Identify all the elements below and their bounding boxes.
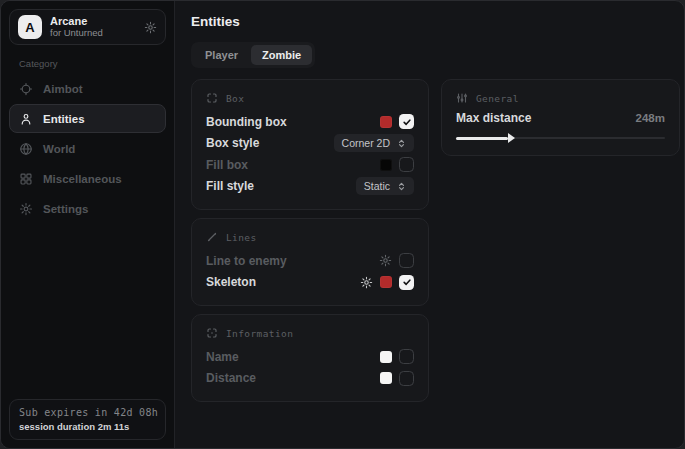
information-card: Information Name Distance [191, 314, 429, 402]
sidebar-item-world[interactable]: World [9, 134, 166, 163]
color-swatch[interactable] [380, 372, 392, 384]
checkbox-unchecked[interactable] [399, 253, 414, 268]
information-card-header: Information [206, 327, 414, 339]
checkbox-checked[interactable] [399, 275, 414, 290]
checkbox-unchecked[interactable] [399, 371, 414, 386]
setting-label: Name [206, 350, 239, 364]
setting-row-fill-style: Fill style Static [206, 176, 414, 198]
setting-label: Fill box [206, 158, 248, 172]
session-duration-text: session duration 2m 11s [19, 421, 156, 432]
left-column: Box Bounding box Box style [191, 79, 429, 402]
focus-target-icon [206, 327, 218, 339]
box-card-title: Box [226, 93, 244, 104]
setting-label: Bounding box [206, 115, 287, 129]
checkbox-unchecked[interactable] [399, 157, 414, 172]
sidebar-item-label: Miscellaneous [43, 173, 122, 185]
card-columns: Box Bounding box Box style [191, 79, 680, 402]
sidebar-nav: Aimbot Entities World Miscellaneous [9, 74, 166, 223]
box-card: Box Bounding box Box style [191, 79, 429, 210]
lines-card: Lines Line to enemy Skeleton [191, 218, 429, 306]
setting-row-name: Name [206, 346, 414, 368]
sidebar-item-label: Entities [43, 113, 85, 125]
main-content: Entities Player Zombie Box Bounding box [175, 1, 685, 448]
information-card-title: Information [226, 328, 293, 339]
scan-brackets-icon [206, 92, 218, 104]
max-distance-value: 248m [636, 112, 665, 124]
setting-label: Box style [206, 136, 259, 150]
color-swatch[interactable] [380, 159, 392, 171]
gear-icon[interactable] [144, 21, 157, 34]
brand-avatar: A [18, 15, 42, 39]
gear-icon [19, 202, 33, 216]
tab-player[interactable]: Player [194, 45, 249, 65]
crosshair-icon [19, 82, 33, 96]
sidebar-item-label: Aimbot [43, 83, 83, 95]
color-swatch[interactable] [380, 116, 392, 128]
max-distance-slider[interactable] [456, 132, 665, 143]
grid-icon [19, 172, 33, 186]
setting-row-box-style: Box style Corner 2D [206, 133, 414, 155]
tab-zombie[interactable]: Zombie [251, 45, 312, 65]
sidebar-item-label: World [43, 143, 75, 155]
brand-subtitle: for Unturned [50, 28, 103, 39]
setting-row-skeleton: Skeleton [206, 272, 414, 294]
setting-row-line-to-enemy: Line to enemy [206, 250, 414, 272]
chevrons-up-down-icon [397, 139, 406, 148]
entity-tabs: Player Zombie [191, 42, 315, 68]
gear-icon[interactable] [379, 254, 392, 267]
setting-row-fill-box: Fill box [206, 154, 414, 176]
setting-label: Max distance [456, 111, 531, 125]
box-style-dropdown[interactable]: Corner 2D [334, 134, 414, 152]
lines-card-header: Lines [206, 231, 414, 243]
gear-icon[interactable] [360, 276, 373, 289]
setting-row-max-distance: Max distance 248m [456, 111, 665, 125]
brand-text: Arcane for Unturned [50, 15, 103, 39]
setting-row-bounding-box: Bounding box [206, 111, 414, 133]
sub-expiry-text: Sub expires in 42d 08h [19, 407, 156, 418]
dropdown-value: Corner 2D [342, 137, 390, 149]
sidebar-item-entities[interactable]: Entities [9, 104, 166, 133]
sidebar-item-aimbot[interactable]: Aimbot [9, 74, 166, 103]
dropdown-value: Static [364, 180, 390, 192]
checkbox-unchecked[interactable] [399, 349, 414, 364]
brand-title: Arcane [50, 15, 103, 28]
fill-style-dropdown[interactable]: Static [356, 177, 414, 195]
setting-label: Fill style [206, 179, 254, 193]
diagonal-line-icon [206, 231, 218, 243]
page-title: Entities [191, 14, 680, 29]
general-card-title: General [476, 93, 519, 104]
setting-label: Skeleton [206, 275, 256, 289]
subscription-status: Sub expires in 42d 08h session duration … [9, 399, 166, 440]
globe-icon [19, 142, 33, 156]
sidebar-item-label: Settings [43, 203, 88, 215]
brand-card: A Arcane for Unturned [9, 9, 166, 45]
setting-label: Distance [206, 371, 256, 385]
person-icon [19, 112, 33, 126]
general-card-header: General [456, 92, 665, 104]
app-window: A Arcane for Unturned Category Aimbot [0, 0, 685, 449]
sidebar-item-miscellaneous[interactable]: Miscellaneous [9, 164, 166, 193]
category-label: Category [19, 58, 156, 69]
color-swatch[interactable] [380, 351, 392, 363]
setting-label: Line to enemy [206, 254, 287, 268]
sidebar-item-settings[interactable]: Settings [9, 194, 166, 223]
chevrons-up-down-icon [397, 182, 406, 191]
sliders-icon [456, 92, 468, 104]
slider-fill-and-thumb[interactable] [456, 137, 508, 140]
lines-card-title: Lines [226, 232, 257, 243]
general-card: General Max distance 248m [441, 79, 680, 156]
color-swatch[interactable] [380, 276, 392, 288]
sidebar: A Arcane for Unturned Category Aimbot [1, 1, 175, 448]
right-column: General Max distance 248m [441, 79, 680, 156]
checkbox-checked[interactable] [399, 114, 414, 129]
setting-row-distance: Distance [206, 368, 414, 390]
box-card-header: Box [206, 92, 414, 104]
